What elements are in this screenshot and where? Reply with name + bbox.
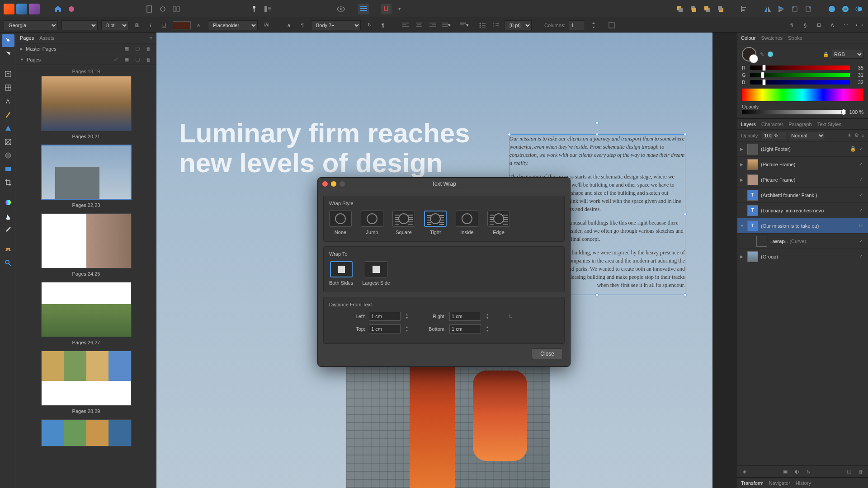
flip-vertical-icon[interactable] xyxy=(776,4,787,14)
page-thumb[interactable]: Pages 24,25 xyxy=(20,213,152,277)
wrap-style-jump[interactable]: Jump xyxy=(361,211,383,235)
font-weight-select[interactable] xyxy=(61,20,98,30)
align-right-text-icon[interactable] xyxy=(428,20,438,30)
resize-handle[interactable] xyxy=(595,133,599,136)
adjustment-icon[interactable]: ◐ xyxy=(793,467,802,476)
special-chars-icon[interactable]: § xyxy=(800,20,810,30)
visibility-checkbox[interactable]: ☑ xyxy=(859,223,865,229)
underline-button[interactable]: U xyxy=(159,20,169,30)
wrap-style-none[interactable]: None xyxy=(329,211,352,235)
master-pages-header[interactable]: ▶ Master Pages ▦ ▢ 🗑 xyxy=(16,43,156,54)
intersect-icon[interactable] xyxy=(854,4,864,14)
delete-icon[interactable]: 🗑 xyxy=(144,56,152,64)
add-icon[interactable] xyxy=(826,4,837,14)
blend-ranges-icon[interactable]: ◈ xyxy=(740,467,749,476)
visibility-checkbox[interactable]: ✓ xyxy=(859,207,865,213)
resize-handle[interactable] xyxy=(684,213,687,216)
italic-button[interactable]: I xyxy=(146,20,156,30)
node-tool[interactable] xyxy=(2,48,14,61)
add-spread-icon[interactable]: ▦ xyxy=(123,45,131,53)
paragraph-panel-icon[interactable]: ¶ xyxy=(297,20,307,30)
move-backward-icon[interactable] xyxy=(702,4,712,14)
home-icon[interactable] xyxy=(52,4,63,14)
resize-handle[interactable] xyxy=(684,133,687,136)
align-left-icon[interactable] xyxy=(739,4,750,14)
layers-list[interactable]: ▶ (Light Footer) 🔒 ✓ ▶ (Picture Frame) ✓… xyxy=(737,141,868,465)
paragraph-style-select[interactable]: Placeholder xyxy=(208,20,258,30)
visibility-checkbox[interactable]: ✓ xyxy=(859,253,865,259)
eyedropper-icon[interactable]: ✎ xyxy=(760,52,764,57)
top-stepper[interactable]: ▲▼ xyxy=(404,325,410,333)
tab-colour[interactable]: Colour xyxy=(741,35,755,41)
flip-horizontal-icon[interactable] xyxy=(762,4,773,14)
insert-field-icon[interactable]: ⋯ xyxy=(841,20,851,30)
tab-pages[interactable]: Pages xyxy=(20,35,34,41)
delete-icon[interactable]: 🗑 xyxy=(144,45,152,53)
fill-tool[interactable] xyxy=(2,196,14,209)
font-size-select[interactable]: 8 pt xyxy=(101,20,128,30)
bottom-input[interactable] xyxy=(449,324,481,333)
visibility-checkbox[interactable]: ✓ xyxy=(859,238,865,244)
page-thumb-active[interactable]: Pages 22,23 xyxy=(20,145,152,208)
tab-assets[interactable]: Assets xyxy=(39,35,54,41)
add-page-icon[interactable]: ▢ xyxy=(133,56,142,64)
layer-row[interactable]: ▶ (Picture Frame) ✓ xyxy=(737,172,868,188)
wrap-style-square[interactable]: Square xyxy=(392,211,415,235)
link-icon[interactable]: ⇅ xyxy=(508,314,512,319)
preferences-icon[interactable] xyxy=(157,4,168,14)
zoom-tool[interactable] xyxy=(2,257,14,269)
app-icon-publisher[interactable] xyxy=(4,4,14,14)
move-tool[interactable] xyxy=(2,34,14,47)
align-justify-dropdown[interactable]: ▾ xyxy=(441,20,451,30)
wrap-style-edge[interactable]: Edge xyxy=(487,211,510,235)
tab-text-styles[interactable]: Text Styles xyxy=(817,122,841,127)
resize-handle[interactable] xyxy=(595,293,599,296)
spread-setup-icon[interactable] xyxy=(171,4,182,14)
subtract-icon[interactable] xyxy=(840,4,851,14)
layer-opacity-value[interactable]: 100 % xyxy=(762,131,786,140)
tab-swatches[interactable]: Swatches xyxy=(761,35,783,41)
close-button[interactable]: Close xyxy=(532,348,563,359)
tab-layers[interactable]: Layers xyxy=(741,122,756,127)
layer-row[interactable]: ▶ (Light Footer) 🔒 ✓ xyxy=(737,141,868,157)
g-slider[interactable] xyxy=(750,73,850,77)
color-mode-select[interactable]: RGB xyxy=(832,50,863,59)
text-wrap-icon[interactable] xyxy=(262,4,273,14)
resize-handle[interactable] xyxy=(684,293,687,296)
mask-icon[interactable]: ▣ xyxy=(781,467,790,476)
find-in-doc-icon[interactable]: ⤢ xyxy=(112,56,120,64)
glyph-browser-icon[interactable]: ⊞ xyxy=(814,20,824,30)
bold-button[interactable]: B xyxy=(132,20,142,30)
hue-picker[interactable] xyxy=(742,89,863,101)
layer-row[interactable]: ▶ (Picture Frame) ✓ xyxy=(737,157,868,172)
columns-input[interactable] xyxy=(569,20,585,30)
color-picker-tool[interactable] xyxy=(2,223,14,236)
text-ruler-icon[interactable]: ⟷ xyxy=(854,20,864,30)
tab-navigator[interactable]: Navigator xyxy=(769,480,790,486)
right-stepper[interactable]: ▲▼ xyxy=(485,313,490,320)
pages-header[interactable]: ▼ Pages ⤢ ▦ ▢ 🗑 xyxy=(16,54,156,65)
vertical-align-dropdown[interactable]: ▾ xyxy=(459,20,469,30)
tab-paragraph[interactable]: Paragraph xyxy=(788,122,811,127)
page-thumb[interactable]: Pages 26,27 xyxy=(20,282,152,345)
bullet-list-icon[interactable] xyxy=(477,20,487,30)
layer-gear-icon[interactable]: ⚙ xyxy=(854,132,859,138)
transparency-tool[interactable] xyxy=(2,210,14,222)
delete-layer-icon[interactable]: 🗑 xyxy=(856,467,865,476)
tab-character[interactable]: Character xyxy=(761,122,783,127)
top-input[interactable] xyxy=(369,324,401,333)
shape-tool[interactable] xyxy=(2,122,14,135)
text-frame-options-icon[interactable] xyxy=(607,20,617,30)
text-style-select[interactable]: Body 7+ xyxy=(311,20,361,30)
align-left-text-icon[interactable] xyxy=(401,20,410,30)
visibility-checkbox[interactable]: ✓ xyxy=(859,146,865,152)
frame-text-tool[interactable]: T xyxy=(2,68,14,80)
panel-menu-icon[interactable]: ≡ xyxy=(150,35,152,41)
page-thumb[interactable] xyxy=(20,419,152,446)
window-close-icon[interactable] xyxy=(322,181,328,187)
fx-icon[interactable]: fx xyxy=(804,467,813,476)
layer-row[interactable]: T (Luminary firm reaches new) ✓ xyxy=(737,203,868,218)
typography-icon[interactable]: a xyxy=(284,20,294,30)
bottom-stepper[interactable]: ▲▼ xyxy=(485,325,490,333)
left-stepper[interactable]: ▲▼ xyxy=(404,313,410,320)
